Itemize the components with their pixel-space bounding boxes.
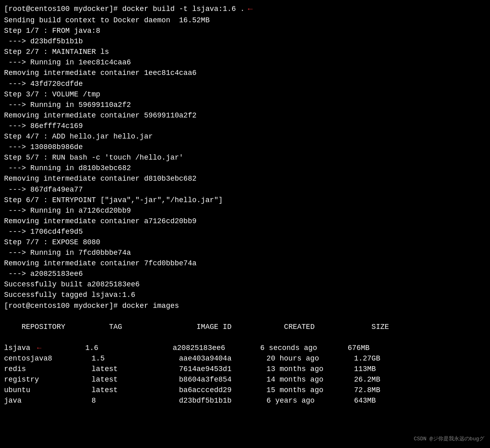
line-21: Removing intermediate container a7126cd2… (4, 216, 486, 226)
line-23: Step 7/7 : EXPOSE 8080 (4, 237, 486, 247)
line-20: ---> Running in a7126cd20bb9 (4, 205, 486, 216)
table-row-ubuntu: ubuntu latest ba6acccedd29 15 months ago… (4, 385, 486, 395)
line-29: [root@centos100 mydocker]# docker images (4, 301, 486, 311)
line-28: Successfully tagged lsjava:1.6 (4, 290, 486, 300)
line-15: Step 5/7 : RUN bash -c 'touch /hello.jar… (4, 152, 486, 163)
line-17: Removing intermediate container d810b3eb… (4, 173, 486, 184)
terminal: [root@centos100 mydocker]# docker build … (0, 0, 490, 448)
line-13: Step 4/7 : ADD hello.jar hello.jar (4, 131, 486, 142)
line-19: Step 6/7 : ENTRYPOINT ["java","-jar","/h… (4, 195, 486, 205)
line-14: ---> 130808b986de (4, 142, 486, 152)
table-row-centosjava8: centosjava8 1.5 aae403a9404a 20 hours ag… (4, 353, 486, 364)
line-3: Step 1/7 : FROM java:8 (4, 26, 486, 36)
line-6: ---> Running in 1eec81c4caa6 (4, 57, 486, 68)
table-row-lsjava: lsjava ← 1.6 a20825183ee6 6 seconds ago … (4, 343, 486, 353)
line-5: Step 2/7 : MAINTAINER ls (4, 47, 486, 57)
arrow-icon-lsjava: ← (33, 343, 42, 353)
line-12: ---> 86efff74c169 (4, 121, 486, 131)
line-4: ---> d23bdf5b1b1b (4, 36, 486, 47)
line-10: ---> Running in 59699110a2f2 (4, 100, 486, 110)
table-row-registry: registry latest b8604a3fe854 14 months a… (4, 374, 486, 385)
line-22: ---> 1706cd4fe9d5 (4, 226, 486, 237)
line-2: Sending build context to Docker daemon 1… (4, 15, 486, 26)
line-11: Removing intermediate container 59699110… (4, 110, 486, 121)
line-26: ---> a20825183ee6 (4, 269, 486, 279)
arrow-icon-1: ← (248, 3, 253, 15)
line-1: [root@centos100 mydocker]# docker build … (4, 3, 486, 15)
line-8: ---> 43fd720cdfde (4, 79, 486, 89)
line-25: Removing intermediate container 7fcd0bbb… (4, 258, 486, 269)
line-16: ---> Running in d810b3ebc682 (4, 163, 486, 173)
table-header: REPOSITORY TAG IMAGE ID CREATED SIZE (4, 311, 486, 343)
line-24: ---> Running in 7fcd0bbbe74a (4, 247, 486, 258)
line-18: ---> 867dfa49ea77 (4, 184, 486, 195)
line-7: Removing intermediate container 1eec81c4… (4, 68, 486, 78)
line-27: Successfully built a20825183ee6 (4, 279, 486, 290)
table-row-java: java 8 d23bdf5b1b1b 6 years ago 643MB (4, 395, 486, 406)
line-9: Step 3/7 : VOLUME /tmp (4, 89, 486, 100)
table-row-redis: redis latest 7614ae9453d1 13 months ago … (4, 364, 486, 374)
watermark: CSDN @ジ你是我永远のbugグ (414, 435, 484, 442)
